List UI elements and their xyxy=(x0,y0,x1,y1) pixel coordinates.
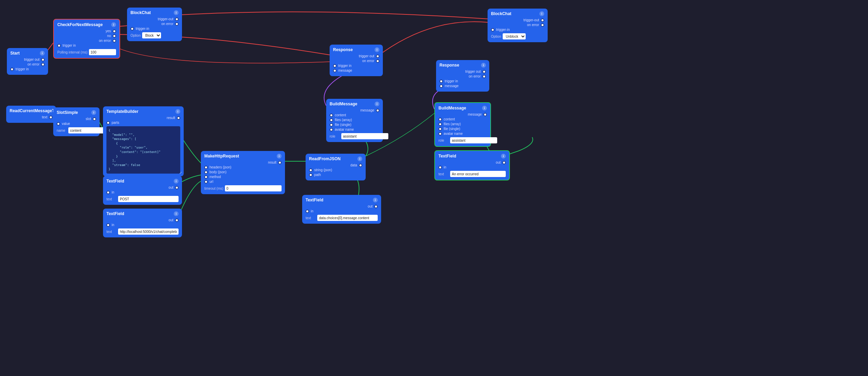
textfield-error-out-port: out xyxy=(438,161,506,164)
start-triggerout-port: trigger out xyxy=(10,58,45,61)
slot-simple-info-icon[interactable]: i xyxy=(91,110,96,115)
make-http-method-port: method xyxy=(204,175,282,179)
textfield-choices-in-port: in xyxy=(306,209,378,213)
build-message1-content-port: content xyxy=(330,113,379,117)
check-next-message-node[interactable]: CheckForNextMessage i yes no on error tr… xyxy=(53,19,120,59)
blockchat1-triggerout-port: trigger-out xyxy=(130,17,179,21)
textfield-post-input[interactable] xyxy=(118,196,179,202)
template-builder-info-icon[interactable]: i xyxy=(175,109,180,114)
textfield-post-node[interactable]: TextField i out in text xyxy=(103,176,182,205)
start-title: Start i xyxy=(10,51,45,56)
blockchat1-title: BlockChat i xyxy=(130,10,179,15)
check-polling-field[interactable]: Polling interval (ms) xyxy=(57,49,116,55)
blockchat2-option-field[interactable]: Option Unblock xyxy=(491,33,544,39)
textfield-post-in-port: in xyxy=(106,190,179,194)
make-http-body-port: body (json) xyxy=(204,170,282,174)
textfield-url-out-port: out xyxy=(106,218,179,222)
build-message2-info-icon[interactable]: i xyxy=(482,106,487,110)
read-current-text-port: text xyxy=(10,115,53,119)
blockchat1-option-select[interactable]: Block xyxy=(142,32,161,38)
build-message2-out-port: message xyxy=(438,113,487,116)
check-triggerin-port: trigger in xyxy=(57,44,116,47)
build-message1-out-port: message xyxy=(330,108,379,112)
response1-info-icon[interactable]: i xyxy=(375,47,379,52)
build-message2-role-field[interactable]: role xyxy=(438,137,487,143)
textfield-url-node[interactable]: TextField i out in text xyxy=(103,209,182,237)
make-http-result-port: result xyxy=(204,161,282,164)
make-http-info-icon[interactable]: i xyxy=(277,154,282,158)
blockchat2-info-icon[interactable]: i xyxy=(539,11,544,16)
read-current-title: ReadCurrentMessageText i xyxy=(10,108,53,113)
textfield-choices-input[interactable] xyxy=(317,215,378,221)
blockchat1-triggerin-port: trigger-in xyxy=(130,27,179,31)
read-from-json-node[interactable]: ReadFromJSON i data string (json) path xyxy=(306,154,366,180)
textfield-url-text-field[interactable]: text xyxy=(106,228,179,235)
textfield-error-info-icon[interactable]: i xyxy=(501,154,506,158)
textfield-post-title: TextField i xyxy=(106,179,179,184)
read-from-json-info-icon[interactable]: i xyxy=(357,156,362,161)
response1-node[interactable]: Response i trigger out on error trigger … xyxy=(330,45,383,76)
build-message1-node[interactable]: BuildMessage i message content files (ar… xyxy=(326,99,383,142)
textfield-choices-info-icon[interactable]: i xyxy=(373,198,378,202)
textfield-choices-out-port: out xyxy=(306,204,378,208)
response2-onerror-port: on error xyxy=(439,74,486,78)
blockchat1-onerror-port: on error xyxy=(130,22,179,26)
template-builder-node[interactable]: TemplateBuilder i result parts { "model"… xyxy=(103,106,184,176)
make-http-node[interactable]: MakeHttpRequest i result headers (json) … xyxy=(201,151,285,194)
check-title: CheckForNextMessage i xyxy=(57,22,116,27)
template-parts-port: parts xyxy=(106,121,180,125)
textfield-error-node[interactable]: TextField i out in text xyxy=(434,150,510,180)
check-info-icon[interactable]: i xyxy=(111,22,116,27)
build-message1-file-port: file (single) xyxy=(330,123,379,127)
start-triggerin-port: trigger in xyxy=(10,67,45,71)
build-message1-files-array-port: files (array) xyxy=(330,118,379,122)
build-message2-title: BuildMessage i xyxy=(438,106,487,110)
check-polling-input[interactable] xyxy=(89,49,116,55)
blockchat1-info-icon[interactable]: i xyxy=(174,10,179,15)
slot-simple-name-field[interactable]: name xyxy=(57,127,96,133)
textfield-error-text-field[interactable]: text xyxy=(438,171,506,177)
start-node[interactable]: Start i trigger out on error trigger in xyxy=(7,48,48,75)
slot-simple-node[interactable]: SlotSimple i slot value name xyxy=(53,107,100,136)
textfield-post-text-field[interactable]: text xyxy=(106,196,179,202)
blockchat2-option-select[interactable]: Unblock xyxy=(503,33,526,39)
blockchat1-option-field[interactable]: Option Block xyxy=(130,32,179,38)
blockchat1-node[interactable]: BlockChat i trigger-out on error trigger… xyxy=(127,8,182,41)
template-expand-icon[interactable]: ⤢ xyxy=(179,171,182,175)
textfield-post-info-icon[interactable]: i xyxy=(174,179,179,184)
read-current-msg-node[interactable]: ReadCurrentMessageText i text xyxy=(6,106,56,123)
build-message2-role-input[interactable] xyxy=(450,137,497,143)
response2-info-icon[interactable]: i xyxy=(481,63,486,68)
read-from-json-title: ReadFromJSON i xyxy=(309,156,362,161)
build-message2-content-port: content xyxy=(438,117,487,121)
response1-title: Response i xyxy=(333,47,379,52)
response2-node[interactable]: Response i trigger out on error trigger … xyxy=(436,60,489,92)
start-info-icon[interactable]: i xyxy=(40,51,45,56)
textfield-choices-node[interactable]: TextField i out in text xyxy=(302,195,381,224)
make-http-headers-port: headers (json) xyxy=(204,165,282,169)
textfield-url-input[interactable] xyxy=(118,228,179,235)
make-http-timeout-input[interactable] xyxy=(225,185,282,191)
textfield-url-in-port: in xyxy=(106,223,179,227)
textfield-choices-text-field[interactable]: text xyxy=(306,215,378,221)
check-onerror-port: on error xyxy=(57,39,116,43)
slot-simple-value-port: value xyxy=(57,122,96,126)
textfield-url-info-icon[interactable]: i xyxy=(174,211,179,216)
blockchat2-triggerout-port: trigger-out xyxy=(491,18,544,22)
textfield-error-input[interactable] xyxy=(450,171,506,177)
check-no-port: no xyxy=(57,34,116,38)
start-onerror-port: on error xyxy=(10,62,45,66)
build-message1-role-field[interactable]: role xyxy=(330,133,379,139)
build-message1-role-input[interactable] xyxy=(341,133,388,139)
blockchat2-node[interactable]: BlockChat i trigger-out on error trigger… xyxy=(488,9,548,42)
build-message2-node[interactable]: BuildMessage i message content files (ar… xyxy=(434,102,491,147)
response2-triggerout-port: trigger out xyxy=(439,70,486,73)
textfield-error-title: TextField i xyxy=(438,154,506,158)
template-builder-title: TemplateBuilder i xyxy=(106,109,180,114)
blockchat2-onerror-port: on error xyxy=(491,23,544,27)
textfield-choices-title: TextField i xyxy=(306,198,378,202)
response1-triggerin-port: trigger in xyxy=(333,64,379,68)
make-http-timeout-field[interactable]: timeout (ms) xyxy=(204,185,282,191)
slot-simple-title: SlotSimple i xyxy=(57,110,96,115)
build-message1-info-icon[interactable]: i xyxy=(375,102,379,106)
